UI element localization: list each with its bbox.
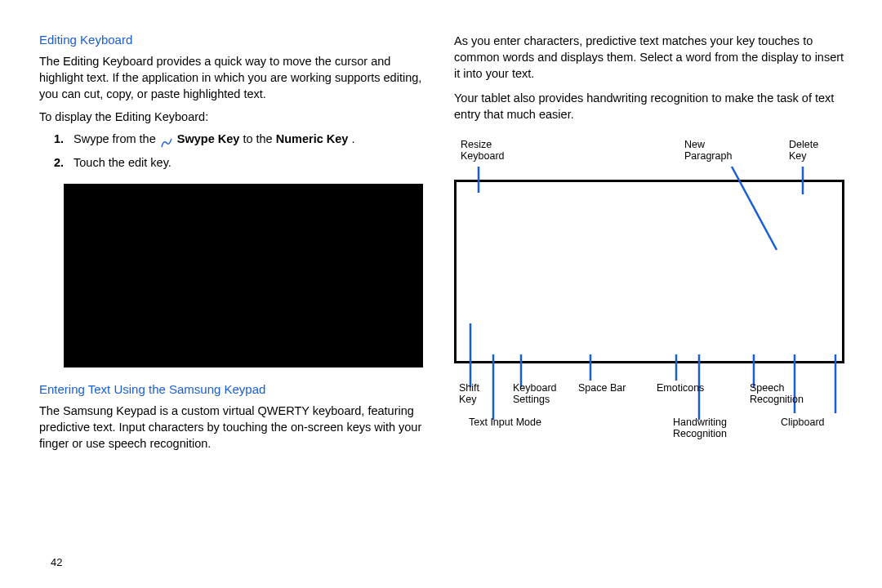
step-1: 1. Swype from the Swype Key to the Numer… <box>54 130 423 149</box>
para-editing-keyboard: The Editing Keyboard provides a quick wa… <box>39 53 423 102</box>
label-handwriting-recognition: Handwriting Recognition <box>673 416 727 440</box>
para-handwriting: Your tablet also provides handwriting re… <box>454 90 846 122</box>
label-resize-keyboard: Resize Keyboard <box>461 139 505 163</box>
label-text-input-mode: Text Input Mode <box>469 416 541 428</box>
label-speech-recognition: Speech Recognition <box>750 382 804 406</box>
label-space-bar: Space Bar <box>578 382 626 394</box>
label-shift-key: Shift Key <box>459 382 479 406</box>
step-1-numeric-key: Numeric Key <box>276 132 349 145</box>
lead-display-editing: To display the Editing Keyboard: <box>39 110 423 123</box>
editing-keyboard-screenshot <box>64 184 423 368</box>
label-emoticons: Emoticons <box>657 382 704 394</box>
heading-editing-keyboard: Editing Keyboard <box>39 33 423 47</box>
keyboard-box <box>454 180 844 363</box>
label-keyboard-settings: Keyboard Settings <box>513 382 557 406</box>
step-2-text: Touch the edit key. <box>74 154 423 172</box>
step-2: 2. Touch the edit key. <box>54 154 423 172</box>
keyboard-diagram: Resize Keyboard New Paragraph Delete Key… <box>454 136 846 446</box>
step-1-frag-e: . <box>351 132 354 145</box>
para-samsung-keypad: The Samsung Keypad is a custom virtual Q… <box>39 403 423 452</box>
step-1-swype-key: Swype Key <box>177 132 240 145</box>
label-delete-key: Delete Key <box>789 139 818 163</box>
para-predictive: As you enter characters, predictive text… <box>454 33 846 82</box>
step-1-frag-a: Swype from the <box>74 132 159 145</box>
step-1-frag-c: to the <box>243 132 275 145</box>
label-clipboard: Clipboard <box>781 416 825 428</box>
page-number: 42 <box>51 556 62 568</box>
step-2-number: 2. <box>54 154 74 172</box>
label-new-paragraph: New Paragraph <box>684 139 732 163</box>
swype-icon <box>161 135 172 145</box>
heading-samsung-keypad: Entering Text Using the Samsung Keypad <box>39 382 423 396</box>
step-1-text: Swype from the Swype Key to the Numeric … <box>74 130 423 149</box>
step-1-number: 1. <box>54 130 74 149</box>
